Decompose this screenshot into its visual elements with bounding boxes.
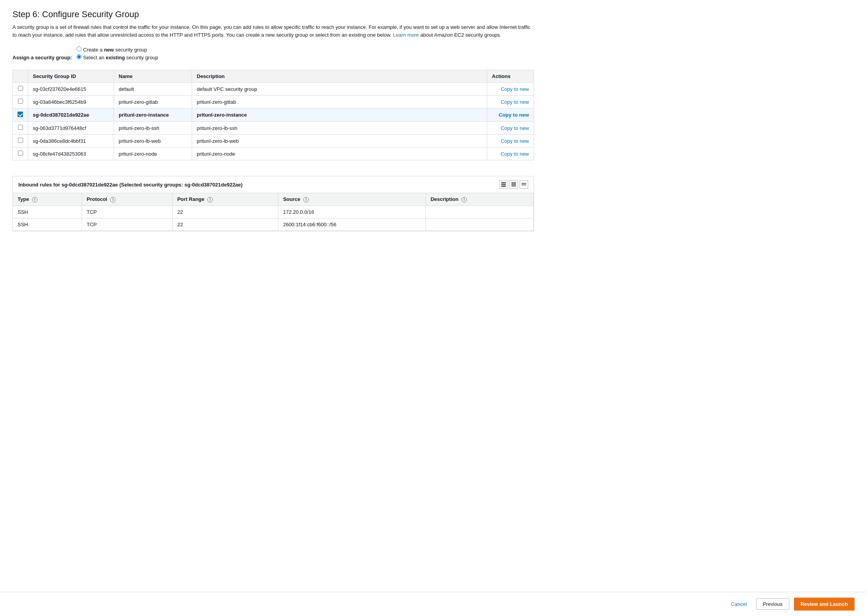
sg-table-header: Security Group ID Name Description Actio… [13,70,534,83]
sg-desc-cell: pritunl-zero-lb-web [192,135,487,147]
rule-port-range: 22 [173,206,278,218]
copy-to-new-link[interactable]: Copy to new [501,86,529,92]
copy-to-new-link[interactable]: Copy to new [501,138,529,144]
col-source: Source i [278,193,426,206]
table-row: sg-03a646bec3f6254b9pritunl-zero-gitlabp… [13,96,534,108]
learn-more-link[interactable]: Learn more [393,32,419,38]
inbound-title: Inbound rules for sg-0dcd387021de922ae (… [18,182,242,188]
rule-row: SSHTCP222600:1f14:cb6:f600::/56 [13,218,534,231]
copy-to-new-link[interactable]: Copy to new [501,151,529,157]
sg-name-cell: pritunl-zero-lb-ssh [114,122,192,135]
svg-rect-0 [501,182,506,183]
rule-source: 2600:1f14:cb6:f600::/56 [278,218,426,231]
rule-type: SSH [13,218,82,231]
row-checkbox[interactable] [18,151,23,156]
previous-button[interactable]: Previous [756,598,789,610]
table-row: sg-0da386ce8dc4bbf31pritunl-zero-lb-webp… [13,135,534,147]
rule-source: 172.20.0.0/16 [278,206,426,218]
sg-name-cell: default [114,83,192,96]
rule-description [425,206,533,218]
inbound-rules-section: Inbound rules for sg-0dcd387021de922ae (… [12,176,534,231]
sg-id-cell: sg-08cfe47d438253063 [28,147,114,160]
page-title: Step 6: Configure Security Group [12,9,534,20]
view-icon-3[interactable] [520,180,528,189]
row-checkbox[interactable] [18,125,23,130]
svg-rect-3 [511,182,516,183]
inbound-rules-table: Type i Protocol i Port Range i Source i [13,193,534,231]
copy-to-new-link[interactable]: Copy to new [501,99,529,105]
col-description: Description [192,70,487,83]
row-checkbox[interactable] [18,138,23,143]
col-checkbox [13,70,28,83]
sg-name-cell: pritunl-zero-node [114,147,192,160]
rules-table-header: Type i Protocol i Port Range i Source i [13,193,534,206]
select-existing-option[interactable]: Select an existing security group [77,54,158,60]
svg-rect-1 [501,184,506,185]
inbound-header: Inbound rules for sg-0dcd387021de922ae (… [13,176,534,193]
sg-name-cell: pritunl-zero-gitlab [114,96,192,108]
svg-rect-6 [511,186,516,186]
source-info-icon[interactable]: i [303,197,309,202]
svg-rect-8 [522,185,526,185]
sg-name-cell: pritunl-zero-instance [114,108,192,122]
sg-name-cell: pritunl-zero-lb-web [114,135,192,147]
rule-type: SSH [13,206,82,218]
sg-desc-cell: default VPC security group [192,83,487,96]
sg-id-cell: sg-03a646bec3f6254b9 [28,96,114,108]
svg-rect-4 [511,183,516,184]
col-name: Name [114,70,192,83]
row-checkbox[interactable] [18,99,23,104]
rule-protocol: TCP [82,206,172,218]
review-and-launch-button[interactable]: Review and Launch [794,598,855,611]
footer-bar: Cancel Previous Review and Launch [0,592,867,616]
assign-group-label: Assign a security group: [12,55,72,60]
desc-info-icon[interactable]: i [461,197,467,202]
sg-desc-cell: pritunl-zero-gitlab [192,96,487,108]
rule-row: SSHTCP22172.20.0.0/16 [13,206,534,218]
col-desc: Description i [425,193,533,206]
port-info-icon[interactable]: i [207,197,213,202]
protocol-info-icon[interactable]: i [110,197,116,202]
radio-group: Create a new security group Select an ex… [77,46,158,62]
col-sg-id: Security Group ID [28,70,114,83]
cancel-button[interactable]: Cancel [726,599,751,609]
inbound-view-controls [499,180,528,189]
svg-rect-5 [511,185,516,185]
col-port-range: Port Range i [173,193,278,206]
view-icon-2[interactable] [509,180,518,189]
sg-id-cell: sg-0da386ce8dc4bbf31 [28,135,114,147]
sg-id-cell: sg-063d3771d976448cf [28,122,114,135]
table-row: sg-08cfe47d438253063pritunl-zero-nodepri… [13,147,534,160]
security-group-table: Security Group ID Name Description Actio… [12,70,534,160]
svg-rect-7 [522,183,526,184]
table-row: sg-0dcd387021de922aepritunl-zero-instanc… [13,108,534,122]
create-new-radio[interactable] [77,46,82,51]
copy-to-new-link[interactable]: Copy to new [499,112,529,118]
sg-desc-cell: pritunl-zero-node [192,147,487,160]
rule-protocol: TCP [82,218,172,231]
type-info-icon[interactable]: i [32,197,37,202]
row-checkbox[interactable] [18,86,23,91]
assign-security-group: Assign a security group: Create a new se… [12,46,534,62]
view-icon-1[interactable] [499,180,508,189]
col-actions: Actions [487,70,534,83]
col-type: Type i [13,193,82,206]
table-row: sg-063d3771d976448cfpritunl-zero-lb-sshp… [13,122,534,135]
select-existing-radio[interactable] [77,54,82,59]
svg-rect-2 [501,186,506,187]
create-new-option[interactable]: Create a new security group [77,46,158,53]
rule-description [425,218,533,231]
sg-desc-cell: pritunl-zero-instance [192,108,487,122]
sg-id-cell: sg-0dcd387021de922ae [28,108,114,122]
sg-desc-cell: pritunl-zero-lb-ssh [192,122,487,135]
table-row: sg-03cf237620e4e6615defaultdefault VPC s… [13,83,534,96]
sg-id-cell: sg-03cf237620e4e6615 [28,83,114,96]
selected-checkbox[interactable] [18,112,23,117]
copy-to-new-link[interactable]: Copy to new [501,125,529,131]
rule-port-range: 22 [173,218,278,231]
col-protocol: Protocol i [82,193,172,206]
page-description: A security group is a set of firewall ru… [12,23,534,39]
